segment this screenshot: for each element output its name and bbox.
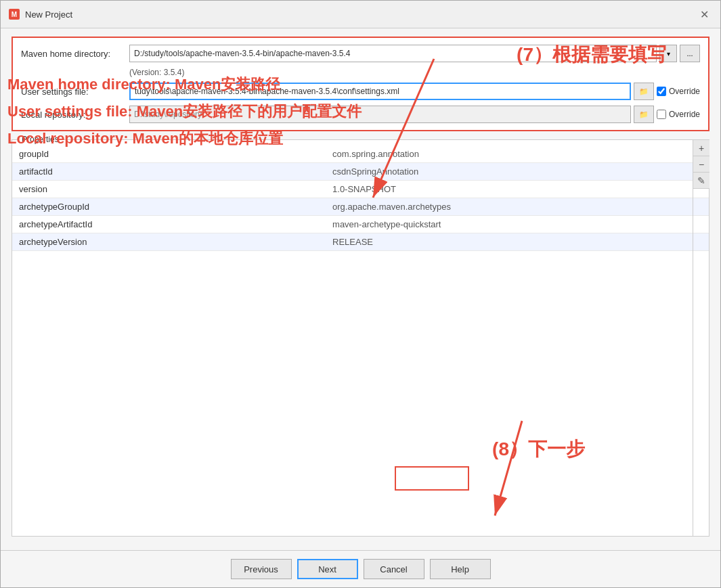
property-key: groupId bbox=[12, 145, 326, 163]
property-value: com.spring.annotation bbox=[326, 145, 709, 163]
properties-table: groupId com.spring.annotation artifactId… bbox=[12, 145, 709, 251]
property-value: maven-archetype-quickstart bbox=[326, 216, 709, 233]
local-repo-input-group: 📁 Override bbox=[129, 106, 700, 123]
local-repo-row: Local repository: 📁 Override bbox=[21, 106, 700, 123]
maven-home-input[interactable] bbox=[129, 45, 657, 62]
dialog-window: M New Project ✕ Maven home directory: ▾ … bbox=[0, 0, 721, 588]
user-settings-override-checkbox[interactable] bbox=[657, 87, 666, 96]
property-value: RELEASE bbox=[326, 233, 709, 251]
property-key: artifactId bbox=[12, 163, 326, 181]
maven-home-browse-btn[interactable]: ... bbox=[680, 45, 700, 62]
user-settings-label: User settings file: bbox=[21, 87, 129, 97]
cancel-button[interactable]: Cancel bbox=[364, 559, 424, 579]
property-value: csdnSpringAnnotation bbox=[326, 163, 709, 181]
button-bar: Previous Next Cancel Help bbox=[1, 550, 720, 587]
table-row: archetypeVersion RELEASE bbox=[12, 233, 709, 251]
property-key: archetypeArtifactId bbox=[12, 216, 326, 233]
local-repo-input[interactable] bbox=[129, 106, 631, 123]
add-property-button[interactable]: + bbox=[693, 140, 709, 156]
properties-sidebar: + − ✎ bbox=[693, 140, 709, 536]
table-row: groupId com.spring.annotation bbox=[12, 145, 709, 163]
local-repo-override-checkbox[interactable] bbox=[657, 110, 666, 119]
local-repo-override-group: Override bbox=[657, 110, 700, 119]
maven-home-input-group: ▾ ... bbox=[129, 45, 700, 62]
content-area: Maven home directory: ▾ ... (Version: 3.… bbox=[1, 28, 720, 550]
user-settings-browse-btn[interactable]: 📁 bbox=[634, 83, 654, 100]
next-button[interactable]: Next bbox=[297, 559, 358, 579]
main-wrapper: Maven home directory: ▾ ... (Version: 3.… bbox=[1, 28, 720, 550]
previous-button[interactable]: Previous bbox=[231, 559, 292, 579]
user-settings-row: User settings file: 📁 Override bbox=[21, 83, 700, 100]
title-bar-left: M New Project bbox=[9, 9, 72, 20]
version-text: (Version: 3.5.4) bbox=[21, 68, 700, 77]
property-value: org.apache.maven.archetypes bbox=[326, 198, 709, 216]
local-repo-browse-btn[interactable]: 📁 bbox=[634, 106, 654, 123]
table-row: artifactId csdnSpringAnnotation bbox=[12, 163, 709, 181]
maven-config-section: Maven home directory: ▾ ... (Version: 3.… bbox=[12, 37, 709, 131]
property-key: archetypeGroupId bbox=[12, 198, 326, 216]
local-repo-override-label: Override bbox=[669, 110, 700, 119]
maven-home-dropdown-btn[interactable]: ▾ bbox=[659, 45, 677, 62]
user-settings-input-group: 📁 Override bbox=[129, 83, 700, 100]
properties-section: Properties groupId com.spring.annotation… bbox=[12, 139, 709, 537]
user-settings-input[interactable] bbox=[129, 83, 631, 100]
window-title: New Project bbox=[25, 9, 72, 20]
remove-property-button[interactable]: − bbox=[693, 156, 709, 173]
title-bar: M New Project ✕ bbox=[1, 1, 720, 28]
help-button[interactable]: Help bbox=[430, 559, 491, 579]
maven-home-row: Maven home directory: ▾ ... bbox=[21, 45, 700, 62]
table-row: version 1.0-SNAPSHOT bbox=[12, 181, 709, 198]
maven-home-label: Maven home directory: bbox=[21, 49, 129, 59]
window-icon: M bbox=[9, 9, 20, 20]
properties-title: Properties bbox=[19, 135, 62, 144]
user-settings-override-label: Override bbox=[669, 87, 700, 96]
table-row: archetypeArtifactId maven-archetype-quic… bbox=[12, 216, 709, 233]
property-value: 1.0-SNAPSHOT bbox=[326, 181, 709, 198]
property-key: version bbox=[12, 181, 326, 198]
local-repo-label: Local repository: bbox=[21, 110, 129, 120]
table-row: archetypeGroupId org.apache.maven.archet… bbox=[12, 198, 709, 216]
user-settings-override-group: Override bbox=[657, 87, 700, 96]
edit-property-button[interactable]: ✎ bbox=[693, 173, 709, 189]
property-key: archetypeVersion bbox=[12, 233, 326, 251]
close-button[interactable]: ✕ bbox=[696, 6, 712, 22]
